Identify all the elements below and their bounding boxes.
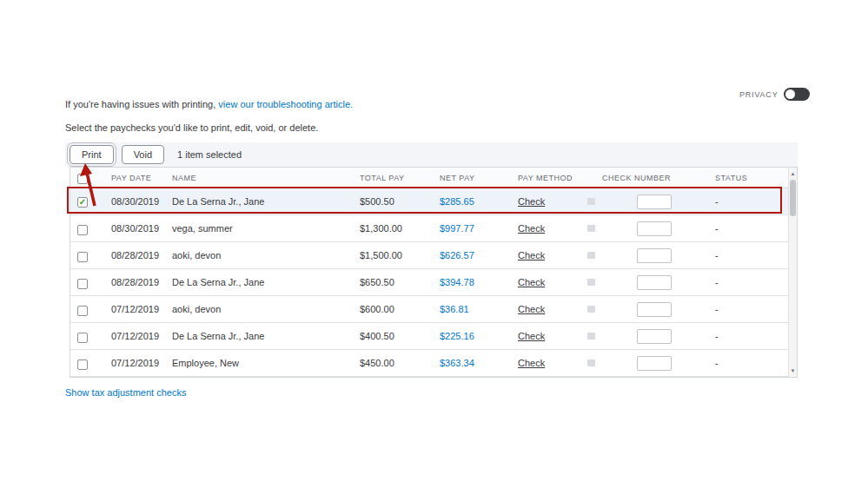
pay-method-link[interactable]: Check bbox=[518, 250, 545, 260]
print-button[interactable]: Print bbox=[70, 145, 114, 164]
checkmark-icon: ✓ bbox=[79, 198, 86, 207]
total-pay-cell: $1,500.00 bbox=[360, 250, 440, 260]
net-pay-cell: $626.57 bbox=[440, 250, 518, 260]
disabled-checkbox-icon bbox=[587, 198, 595, 205]
table-row[interactable]: 08/28/2019 De La Serna Jr., Jane $650.50… bbox=[70, 269, 797, 296]
disabled-checkbox-icon bbox=[587, 279, 595, 286]
disabled-checkbox-icon bbox=[587, 252, 595, 259]
status-cell: - bbox=[715, 223, 790, 234]
printing-issues-text: If you're having issues with printing, v… bbox=[65, 99, 353, 109]
pay-date-cell: 08/30/2019 bbox=[111, 223, 172, 234]
troubleshooting-article-link[interactable]: view our troubleshooting article. bbox=[218, 99, 353, 109]
row-checkbox[interactable] bbox=[77, 225, 88, 235]
disabled-checkbox-icon bbox=[587, 225, 595, 232]
net-pay-cell: $394.78 bbox=[440, 277, 518, 287]
pay-date-cell: 07/12/2019 bbox=[111, 358, 172, 368]
net-pay-cell: $225.16 bbox=[440, 331, 518, 341]
row-checkbox[interactable] bbox=[77, 252, 88, 262]
table-row[interactable]: ✓ 08/30/2019 De La Serna Jr., Jane $500.… bbox=[70, 188, 797, 215]
pay-date-cell: 07/12/2019 bbox=[111, 331, 172, 341]
disabled-checkbox-icon bbox=[587, 333, 595, 340]
header-name[interactable]: NAME bbox=[172, 174, 360, 182]
header-net-pay[interactable]: NET PAY bbox=[440, 174, 518, 182]
total-pay-cell: $400.50 bbox=[360, 331, 440, 341]
pay-method-link[interactable]: Check bbox=[518, 358, 545, 368]
row-checkbox[interactable] bbox=[77, 279, 88, 289]
total-pay-cell: $600.00 bbox=[360, 304, 440, 314]
header-status[interactable]: STATUS bbox=[715, 174, 790, 182]
privacy-control: PRIVACY bbox=[739, 88, 810, 101]
check-number-input[interactable] bbox=[637, 221, 672, 236]
row-checkbox[interactable]: ✓ bbox=[77, 197, 88, 208]
status-cell: - bbox=[715, 304, 790, 314]
table-header-row: PAY DATE NAME TOTAL PAY NET PAY PAY METH… bbox=[70, 168, 797, 188]
select-all-checkbox[interactable] bbox=[77, 174, 88, 184]
name-cell: Employee, New bbox=[172, 358, 360, 368]
disabled-checkbox-icon bbox=[587, 306, 595, 313]
pay-method-link[interactable]: Check bbox=[518, 223, 545, 234]
pay-method-link[interactable]: Check bbox=[518, 277, 545, 287]
paychecks-table: PAY DATE NAME TOTAL PAY NET PAY PAY METH… bbox=[70, 167, 798, 378]
disabled-checkbox-icon bbox=[587, 359, 595, 366]
name-cell: vega, summer bbox=[172, 223, 360, 234]
check-number-input[interactable] bbox=[637, 248, 672, 263]
scrollbar-thumb[interactable] bbox=[790, 180, 796, 216]
check-number-input[interactable] bbox=[637, 195, 672, 209]
scrollbar-up-arrow[interactable]: ▲ bbox=[789, 168, 797, 179]
pay-date-cell: 07/12/2019 bbox=[111, 304, 172, 314]
table-body: ✓ 08/30/2019 De La Serna Jr., Jane $500.… bbox=[70, 188, 797, 377]
name-cell: aoki, devon bbox=[172, 304, 360, 314]
status-cell: - bbox=[715, 331, 790, 341]
row-checkbox[interactable] bbox=[77, 359, 88, 370]
total-pay-cell: $1,300.00 bbox=[360, 223, 440, 234]
net-pay-cell: $36.81 bbox=[440, 304, 518, 314]
net-pay-cell: $285.65 bbox=[440, 196, 518, 207]
pay-method-link[interactable]: Check bbox=[518, 196, 545, 207]
check-number-input[interactable] bbox=[637, 356, 672, 371]
table-scrollbar[interactable]: ▲ ▼ bbox=[788, 168, 797, 377]
total-pay-cell: $500.50 bbox=[360, 196, 440, 207]
row-checkbox[interactable] bbox=[77, 333, 88, 343]
table-row[interactable]: 08/28/2019 aoki, devon $1,500.00 $626.57… bbox=[70, 242, 797, 269]
table-row[interactable]: 07/12/2019 Employee, New $450.00 $363.34… bbox=[70, 350, 797, 377]
status-cell: - bbox=[715, 196, 790, 207]
header-pay-method[interactable]: PAY METHOD bbox=[518, 174, 602, 182]
status-cell: - bbox=[715, 358, 790, 368]
pay-date-cell: 08/28/2019 bbox=[111, 250, 172, 260]
selection-status: 1 item selected bbox=[177, 149, 242, 160]
void-button[interactable]: Void bbox=[122, 145, 164, 164]
net-pay-cell: $363.34 bbox=[440, 358, 518, 368]
total-pay-cell: $450.00 bbox=[360, 358, 440, 368]
privacy-toggle[interactable] bbox=[784, 88, 810, 101]
table-row[interactable]: 08/30/2019 vega, summer $1,300.00 $997.7… bbox=[70, 215, 797, 242]
pay-date-cell: 08/28/2019 bbox=[111, 277, 172, 287]
privacy-toggle-knob bbox=[785, 89, 795, 99]
header-pay-date[interactable]: PAY DATE bbox=[111, 174, 172, 182]
check-number-input[interactable] bbox=[637, 329, 672, 344]
show-tax-adjustment-checks-link[interactable]: Show tax adjustment checks bbox=[65, 387, 186, 398]
status-cell: - bbox=[715, 250, 790, 260]
table-row[interactable]: 07/12/2019 De La Serna Jr., Jane $400.50… bbox=[70, 323, 797, 350]
name-cell: De La Serna Jr., Jane bbox=[172, 331, 360, 341]
name-cell: De La Serna Jr., Jane bbox=[172, 196, 360, 207]
table-row[interactable]: 07/12/2019 aoki, devon $600.00 $36.81 Ch… bbox=[70, 296, 797, 323]
check-number-input[interactable] bbox=[637, 302, 672, 317]
header-check-number[interactable]: CHECK NUMBER bbox=[602, 174, 715, 182]
paychecks-toolbar: Print Void 1 item selected bbox=[65, 142, 798, 167]
net-pay-cell: $997.77 bbox=[440, 223, 518, 234]
select-paychecks-instruction: Select the paychecks you'd like to print… bbox=[65, 122, 318, 133]
row-checkbox[interactable] bbox=[77, 306, 88, 316]
header-total-pay[interactable]: TOTAL PAY bbox=[360, 174, 440, 182]
name-cell: De La Serna Jr., Jane bbox=[172, 277, 360, 287]
pay-method-link[interactable]: Check bbox=[518, 304, 545, 314]
name-cell: aoki, devon bbox=[172, 250, 360, 260]
check-number-input[interactable] bbox=[637, 275, 672, 290]
pay-method-link[interactable]: Check bbox=[518, 331, 545, 341]
total-pay-cell: $650.50 bbox=[360, 277, 440, 287]
pay-date-cell: 08/30/2019 bbox=[111, 196, 172, 207]
scrollbar-down-arrow[interactable]: ▼ bbox=[789, 366, 797, 376]
printing-issues-prefix: If you're having issues with printing, bbox=[65, 99, 218, 109]
status-cell: - bbox=[715, 277, 790, 287]
privacy-label: PRIVACY bbox=[739, 90, 778, 99]
